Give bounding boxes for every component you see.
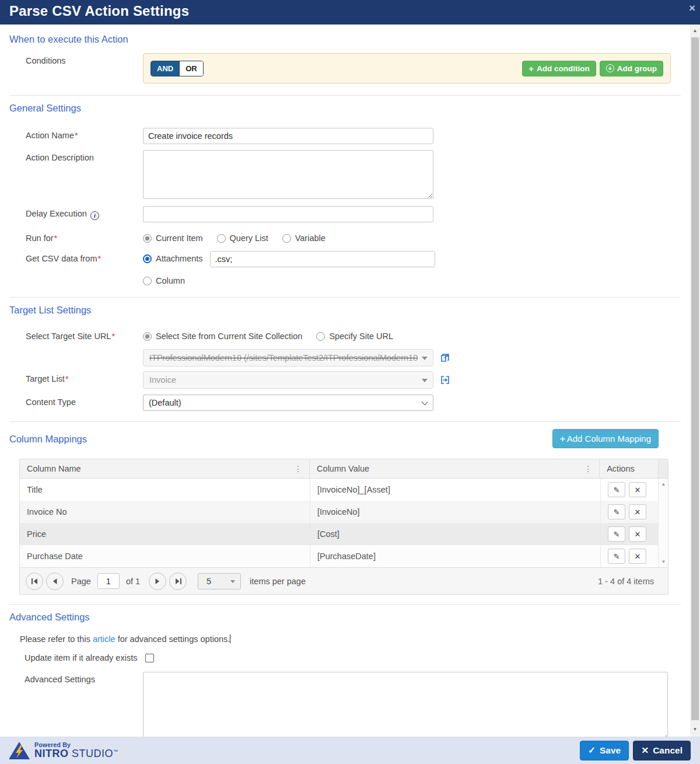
dialog-close-button[interactable]: × <box>689 2 695 13</box>
radio-option-attachments[interactable]: Attachments <box>143 251 203 263</box>
delete-mapping-button[interactable]: ✕ <box>629 526 646 542</box>
header-column-value[interactable]: Column Value⋮ <box>309 459 599 478</box>
last-page-button[interactable] <box>169 573 187 590</box>
info-icon[interactable]: i <box>90 211 99 220</box>
run-for-label: Run for* <box>26 231 143 243</box>
close-icon: × <box>689 2 695 14</box>
page-label: Page <box>71 577 91 586</box>
column-menu-icon[interactable]: ⋮ <box>294 464 302 473</box>
external-link-icon[interactable] <box>440 353 450 362</box>
advanced-section-title: Advanced Settings <box>9 612 681 623</box>
radio-option-current-site-collection[interactable]: Select Site from Current Site Collection <box>143 329 302 341</box>
and-or-toggle: AND OR <box>150 61 204 76</box>
delay-execution-input[interactable] <box>143 206 433 222</box>
column-mappings-bar: Column Mappings + Add Column Mapping <box>9 429 681 448</box>
items-per-page-label: items per page <box>250 577 306 586</box>
add-column-mapping-button[interactable]: + Add Column Mapping <box>552 429 659 448</box>
divider <box>9 297 681 298</box>
radio-icon[interactable] <box>143 332 152 341</box>
radio-option-column[interactable]: Column <box>143 273 435 285</box>
delete-mapping-button[interactable]: ✕ <box>629 549 646 564</box>
divider <box>9 421 681 422</box>
first-page-button[interactable] <box>26 573 43 590</box>
when-section-title: When to execute this Action <box>9 34 681 45</box>
delete-mapping-button[interactable]: ✕ <box>629 482 646 497</box>
scroll-up-icon[interactable]: ▲ <box>690 26 700 36</box>
previous-page-button[interactable] <box>46 573 64 590</box>
edit-mapping-button[interactable]: ✎ <box>608 549 625 564</box>
next-page-button[interactable] <box>149 573 166 590</box>
get-csv-label: Get CSV data from* <box>26 251 143 263</box>
and-toggle-button[interactable]: AND <box>151 61 179 76</box>
logo-text: Powered By NITRO STUDIO™ <box>34 741 118 760</box>
page-of-label: of 1 <box>126 577 140 586</box>
advanced-settings-row: Advanced Settings <box>9 672 681 737</box>
advanced-settings-textarea[interactable] <box>143 672 668 737</box>
label-text: Delay Execution <box>26 209 87 218</box>
label-text: Action Name <box>26 131 74 140</box>
scroll-down-icon[interactable]: ▼ <box>690 724 700 734</box>
radio-icon[interactable] <box>217 234 226 243</box>
scroll-up-icon[interactable]: ▲ <box>659 480 668 489</box>
radio-option-query-list[interactable]: Query List <box>217 231 268 243</box>
grid-scrollbar[interactable]: ▲ ▼ <box>658 479 668 567</box>
radio-icon[interactable] <box>143 277 152 285</box>
add-condition-button[interactable]: + Add condition <box>522 61 596 76</box>
radio-option-specify-site-url[interactable]: Specify Site URL <box>316 329 393 341</box>
cell-actions: ✎ ✕ <box>600 479 659 501</box>
site-dropdown-row: ITProfessionalModern10 (/sites/TemplateT… <box>9 349 681 367</box>
radio-option-current-item[interactable]: Current Item <box>143 231 203 243</box>
delete-icon: ✕ <box>635 486 641 494</box>
site-dropdown[interactable]: ITProfessionalModern10 (/sites/TemplateT… <box>143 349 433 367</box>
content-type-value: (Default) <box>149 398 181 407</box>
radio-label: Query List <box>230 233 268 243</box>
content-type-select[interactable]: (Default) <box>143 395 433 411</box>
page-size-value: 5 <box>206 577 211 586</box>
scroll-down-icon[interactable]: ▼ <box>659 557 668 566</box>
action-description-textarea[interactable] <box>143 150 433 199</box>
grid-body: Title [InvoiceNo]_[Asset] ✎ ✕ Invoice No… <box>20 479 668 567</box>
required-marker: * <box>54 233 58 243</box>
radio-label: Current Item <box>156 233 203 243</box>
grid-header: Column Name⋮ Column Value⋮ Actions <box>20 459 668 479</box>
page-scrollbar[interactable]: ▲ ▼ <box>690 25 700 737</box>
table-row: Purchase Date [PurchaseDate] ✎ ✕ <box>20 545 668 567</box>
radio-icon[interactable] <box>143 234 152 243</box>
save-button[interactable]: ✓Save <box>580 741 629 760</box>
content-type-row: Content Type (Default) <box>9 395 681 411</box>
target-list-dropdown[interactable]: Invoice <box>143 371 433 389</box>
label-text: Target List <box>26 374 65 383</box>
add-group-button[interactable]: + Add group <box>600 61 663 76</box>
dialog-header: Parse CSV Action Settings × <box>0 0 700 25</box>
action-name-input[interactable] <box>143 128 433 144</box>
page-size-dropdown[interactable]: 5 <box>198 573 241 589</box>
radio-icon[interactable] <box>143 254 152 263</box>
update-item-checkbox[interactable] <box>145 654 154 662</box>
header-column-name[interactable]: Column Name⋮ <box>20 459 309 478</box>
or-toggle-button[interactable]: OR <box>179 61 203 76</box>
note-suffix: for advanced settings options. <box>116 634 230 644</box>
scrollbar-thumb[interactable] <box>691 37 699 720</box>
article-link[interactable]: article <box>93 634 116 644</box>
page-number-input[interactable] <box>97 573 120 589</box>
edit-mapping-button[interactable]: ✎ <box>608 504 625 519</box>
radio-option-variable[interactable]: Variable <box>282 231 326 243</box>
edit-mapping-button[interactable]: ✎ <box>608 526 625 542</box>
column-menu-icon[interactable]: ⋮ <box>584 464 592 473</box>
cell-column-name: Title <box>20 479 310 501</box>
lightning-logo-icon <box>9 741 30 760</box>
nitro-studio-logo: Powered By NITRO STUDIO™ <box>9 741 118 760</box>
caret-down-icon <box>230 580 235 583</box>
radio-icon[interactable] <box>282 234 291 243</box>
run-for-row: Run for* Current Item Query List Variabl… <box>9 231 681 243</box>
delete-mapping-button[interactable]: ✕ <box>629 504 646 519</box>
delete-icon: ✕ <box>635 552 641 561</box>
trademark: ™ <box>113 749 118 754</box>
caret-down-icon <box>422 379 428 382</box>
spacer <box>26 349 143 352</box>
open-list-icon[interactable] <box>440 375 450 385</box>
cancel-button[interactable]: ✕Cancel <box>633 741 691 760</box>
attachments-filter-input[interactable] <box>210 251 435 267</box>
edit-mapping-button[interactable]: ✎ <box>608 482 625 497</box>
radio-icon[interactable] <box>316 332 325 341</box>
